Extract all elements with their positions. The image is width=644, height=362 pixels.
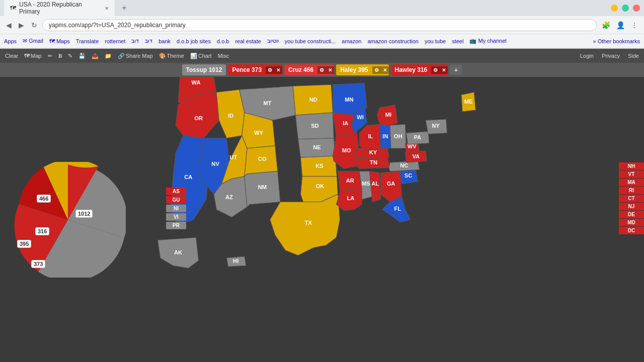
cruz-settings-icon[interactable]: ⚙ — [317, 66, 326, 74]
state-LA[interactable] — [337, 189, 362, 211]
pence-settings-icon[interactable]: ⚙ — [266, 66, 274, 74]
bookmark-maps[interactable]: 🗺 Maps — [49, 38, 70, 44]
add-candidate-button[interactable]: + — [450, 65, 462, 75]
close-window-button[interactable] — [633, 5, 640, 12]
state-button-VI[interactable]: VI — [166, 213, 186, 221]
state-button-RI[interactable]: RI — [619, 187, 644, 194]
map-button[interactable]: 🗺 Map — [22, 52, 43, 60]
hawley-pill[interactable]: Hawley 316 ⚙ ✕ — [391, 64, 448, 75]
browser-tab[interactable]: 🗺 USA - 2020 Republican Primary ✕ — [4, 0, 115, 18]
login-label: Login — [580, 53, 594, 59]
theme-button[interactable]: 🎨 Theme — [157, 52, 186, 60]
bookmark-translate[interactable]: Translate — [76, 38, 99, 44]
import-button[interactable]: 📁 — [103, 52, 114, 60]
pence-close-icon[interactable]: ✕ — [274, 66, 282, 74]
state-NM[interactable] — [245, 171, 280, 207]
minimize-button[interactable] — [611, 5, 618, 12]
new-tab-button[interactable]: + — [119, 3, 129, 14]
haley-close-icon[interactable]: ✕ — [381, 66, 389, 74]
chart-button[interactable]: 📊 Chart — [188, 52, 214, 60]
pie-chart — [10, 162, 126, 278]
state-ME[interactable] — [461, 92, 475, 112]
save-button[interactable]: 💾 — [76, 52, 88, 60]
state-AL[interactable] — [369, 171, 380, 202]
state-button-DC[interactable]: DC — [619, 227, 644, 234]
tab-close-button[interactable]: ✕ — [105, 6, 109, 11]
state-KS[interactable] — [301, 156, 337, 176]
export-button[interactable]: 📤 — [90, 52, 101, 60]
address-bar[interactable]: yapms.com/app/?t=USA_2020_republican_pri… — [42, 19, 597, 31]
state-FL[interactable] — [382, 197, 411, 222]
state-AR[interactable] — [338, 171, 362, 192]
state-SD[interactable] — [295, 113, 334, 139]
pence-pill[interactable]: Pence 373 ⚙ ✕ — [228, 64, 282, 75]
state-IN[interactable] — [380, 124, 391, 148]
state-button-AS[interactable]: AS — [166, 188, 186, 195]
state-HI[interactable] — [226, 256, 246, 266]
bookmark-youtube-construct[interactable]: you tube constructi... — [285, 38, 336, 44]
clear-button[interactable]: Clear — [3, 52, 20, 60]
ne-states-panel: NH VT MA RI CT NJ DE MD DC — [619, 162, 644, 234]
back-button[interactable]: ◀ — [4, 19, 14, 31]
state-AK[interactable] — [158, 238, 199, 268]
state-button-CT[interactable]: CT — [619, 195, 644, 202]
bookmark-rotternet[interactable]: rotternet — [105, 38, 125, 44]
state-ND[interactable] — [293, 84, 333, 115]
misc-button[interactable]: Misc — [216, 52, 231, 60]
bookmark-steel[interactable]: steel — [452, 38, 463, 44]
other-bookmarks[interactable]: » Other bookmarks — [593, 38, 640, 44]
edit-button[interactable]: ✎ — [66, 52, 74, 60]
forward-button[interactable]: ▶ — [17, 19, 26, 31]
us-map-svg: WA OR CA ID NV MT WY UT CO — [136, 77, 644, 362]
state-MO[interactable] — [333, 133, 359, 169]
share-button[interactable]: 🔗 Share Map — [116, 52, 155, 60]
state-button-NH[interactable]: NH — [619, 162, 644, 170]
state-SC[interactable] — [400, 169, 418, 184]
state-TX[interactable] — [270, 194, 340, 255]
maximize-button[interactable] — [622, 5, 629, 12]
privacy-button[interactable]: Privacy — [600, 52, 622, 60]
refresh-button[interactable]: ↻ — [29, 19, 39, 31]
bookmark-amazon[interactable]: amazon — [342, 38, 361, 44]
state-OH[interactable] — [390, 124, 406, 148]
state-MI[interactable] — [377, 105, 398, 126]
bookmark-gmail[interactable]: ✉ Gmail — [23, 38, 43, 44]
side-button[interactable]: Side — [626, 52, 641, 60]
bold-button[interactable]: 𝐁 — [56, 52, 64, 60]
bookmark-amazon-construct[interactable]: amazon construction — [367, 38, 419, 44]
state-GA[interactable] — [381, 171, 402, 202]
bookmark-job-sites[interactable]: d.o.b job sites — [177, 38, 211, 44]
bookmark-hebrew[interactable]: יוטיוב — [267, 38, 279, 44]
state-button-DE[interactable]: DE — [619, 211, 644, 218]
bookmark-dov2[interactable]: דוב — [145, 38, 152, 44]
state-NE[interactable] — [298, 138, 335, 158]
state-button-GU[interactable]: GU — [166, 196, 186, 204]
state-button-VT[interactable]: VT — [619, 170, 644, 178]
bookmark-apps[interactable]: Apps — [4, 38, 17, 44]
bookmark-bank[interactable]: bank — [158, 38, 171, 44]
bookmark-dob[interactable]: d.o.b — [217, 38, 229, 44]
cruz-pill[interactable]: Cruz 466 ⚙ ✕ — [284, 64, 334, 75]
state-IL[interactable] — [359, 124, 381, 151]
bookmark-youtube[interactable]: you tube — [425, 38, 446, 44]
state-button-NJ[interactable]: NJ — [619, 203, 644, 210]
hawley-close-icon[interactable]: ✕ — [440, 66, 448, 74]
login-button[interactable]: Login — [578, 52, 596, 60]
tossup-pill[interactable]: Tossup 1012 — [182, 64, 226, 75]
haley-pill[interactable]: Haley 395 ⚙ ✕ — [336, 64, 388, 75]
bookmark-real-estate[interactable]: real estate — [235, 38, 261, 44]
bookmark-my-channel[interactable]: 📺 My channel — [469, 38, 506, 44]
cruz-close-icon[interactable]: ✕ — [326, 66, 334, 74]
state-PA[interactable] — [406, 132, 429, 144]
state-button-PR[interactable]: PR — [166, 222, 186, 229]
state-TN[interactable] — [357, 157, 390, 168]
pencil-button[interactable]: ✏ — [46, 52, 54, 60]
state-ID[interactable] — [216, 89, 245, 138]
bookmark-dov1[interactable]: דוב — [131, 38, 139, 44]
state-NY[interactable] — [426, 119, 447, 134]
hawley-settings-icon[interactable]: ⚙ — [431, 66, 440, 74]
state-button-MA[interactable]: MA — [619, 178, 644, 186]
haley-settings-icon[interactable]: ⚙ — [372, 66, 381, 74]
state-button-NI[interactable]: NI — [166, 205, 186, 212]
state-button-MD[interactable]: MD — [619, 219, 644, 226]
